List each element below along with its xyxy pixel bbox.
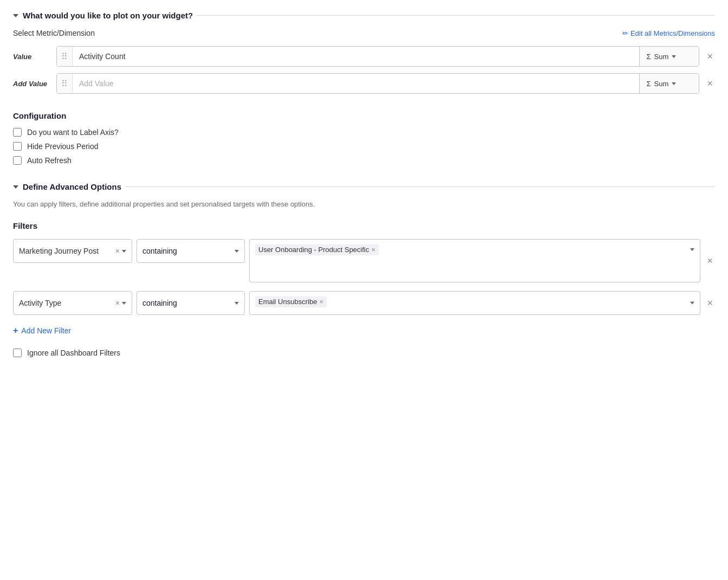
activity-count-input[interactable] — [73, 47, 639, 66]
filter-operator-1-text: containing — [142, 247, 177, 255]
add-value-input-group: ⠿ Σ Sum — [56, 73, 699, 94]
filter-field-2-text: Activity Type — [19, 299, 61, 307]
filter-value-2-tags: Email Unsubscribe × — [255, 296, 694, 307]
add-filter-button[interactable]: + Add New Filter — [13, 324, 71, 338]
filter-operator-2-chevron-icon — [235, 302, 239, 305]
filters-section: Filters Marketing Journey Post × contain… — [13, 221, 715, 357]
advanced-subtitle: You can apply filters, define additional… — [13, 200, 715, 208]
edit-metrics-link[interactable]: ✏ Edit all Metrics/Dimensions — [622, 29, 715, 37]
config-section: Configuration Do you want to Label Axis?… — [13, 111, 715, 165]
advanced-section: Define Advanced Options You can apply fi… — [13, 182, 715, 357]
label-axis-label: Do you want to Label Axis? — [27, 128, 119, 137]
sigma-icon: Σ — [646, 53, 651, 61]
add-value-row-close-button[interactable]: × — [705, 76, 715, 91]
value-row-close-button[interactable]: × — [705, 49, 715, 63]
filter-value-1-chevron-icon — [690, 248, 694, 251]
add-sum-dropdown[interactable]: Σ Sum — [639, 74, 699, 93]
sum-label: Sum — [654, 53, 669, 61]
plot-section: What would you like to plot on your widg… — [13, 11, 715, 94]
sum-chevron-icon — [672, 55, 676, 58]
edit-link-text: Edit all Metrics/Dimensions — [630, 29, 715, 37]
add-sigma-icon: Σ — [646, 80, 651, 88]
pencil-icon: ✏ — [622, 29, 628, 37]
auto-refresh-row: Auto Refresh — [13, 156, 715, 165]
config-header: Configuration — [13, 111, 715, 120]
add-value-label: Add Value — [13, 80, 56, 88]
advanced-section-header: Define Advanced Options — [13, 182, 715, 191]
filter-field-1-text: Marketing Journey Post — [19, 247, 99, 255]
ignore-dashboard-checkbox[interactable] — [13, 349, 22, 357]
hide-previous-label: Hide Previous Period — [27, 142, 99, 151]
filter-field-2-chevron-icon — [122, 302, 126, 305]
filters-header: Filters — [13, 221, 715, 230]
filter-field-2[interactable]: Activity Type × — [13, 291, 132, 315]
filter-field-1-chevron-icon — [122, 250, 126, 253]
add-filter-label: Add New Filter — [21, 326, 71, 335]
advanced-chevron-icon[interactable] — [13, 185, 18, 189]
drag-handle[interactable]: ⠿ — [57, 47, 73, 66]
ignore-dashboard-row: Ignore all Dashboard Filters — [13, 349, 715, 357]
filter-row-1: Marketing Journey Post × containing User… — [13, 239, 715, 282]
filter-value-1-tags: User Onboarding - Product Specific × — [255, 244, 694, 255]
label-axis-row: Do you want to Label Axis? — [13, 128, 715, 137]
add-value-input[interactable] — [73, 74, 639, 93]
add-value-row: Add Value ⠿ Σ Sum × — [13, 73, 715, 94]
add-filter-plus-icon: + — [13, 326, 18, 336]
ignore-dashboard-label: Ignore all Dashboard Filters — [27, 349, 120, 357]
filter-tag-email-unsubscribe: Email Unsubscribe × — [255, 296, 327, 307]
hide-previous-checkbox[interactable] — [13, 142, 22, 151]
metric-top-row: Select Metric/Dimension ✏ Edit all Metri… — [13, 29, 715, 37]
value-label: Value — [13, 53, 56, 61]
filter-value-2[interactable]: Email Unsubscribe × — [249, 291, 700, 315]
plot-title: What would you like to plot on your widg… — [23, 11, 193, 20]
filter-field-1[interactable]: Marketing Journey Post × — [13, 239, 132, 263]
filter-operator-2-text: containing — [142, 299, 177, 307]
plot-section-header: What would you like to plot on your widg… — [13, 11, 715, 20]
plot-chevron-icon[interactable] — [13, 14, 18, 17]
add-sum-chevron-icon — [672, 82, 676, 85]
filter-operator-1-chevron-icon — [235, 250, 239, 253]
filter-field-2-controls: × — [115, 299, 126, 307]
hide-previous-row: Hide Previous Period — [13, 142, 715, 151]
filter-field-2-clear-icon[interactable]: × — [115, 299, 120, 307]
filter-tag-user-onboarding: User Onboarding - Product Specific × — [255, 244, 379, 255]
add-drag-handle[interactable]: ⠿ — [57, 74, 73, 93]
filter-row-2: Activity Type × containing Email Unsubsc… — [13, 291, 715, 315]
filter-row-2-close-button[interactable]: × — [705, 293, 715, 313]
auto-refresh-label: Auto Refresh — [27, 156, 72, 165]
advanced-title: Define Advanced Options — [23, 182, 121, 191]
label-axis-checkbox[interactable] — [13, 128, 22, 137]
filter-value-1[interactable]: User Onboarding - Product Specific × — [249, 239, 700, 282]
filter-row-1-close-button[interactable]: × — [705, 251, 715, 271]
filter-operator-1[interactable]: containing — [136, 239, 245, 263]
filter-tag-email-close-icon[interactable]: × — [319, 298, 323, 305]
filter-field-1-clear-icon[interactable]: × — [115, 247, 120, 255]
add-sum-label: Sum — [654, 80, 669, 88]
sum-dropdown[interactable]: Σ Sum — [639, 47, 699, 66]
filter-operator-2[interactable]: containing — [136, 291, 245, 315]
value-row: Value ⠿ Σ Sum × — [13, 46, 715, 67]
select-metric-label: Select Metric/Dimension — [13, 29, 95, 37]
filter-tag-close-icon[interactable]: × — [371, 246, 375, 253]
advanced-divider — [126, 186, 715, 187]
auto-refresh-checkbox[interactable] — [13, 156, 22, 165]
filter-field-1-controls: × — [115, 247, 126, 255]
value-input-group: ⠿ Σ Sum — [56, 46, 699, 67]
plot-divider — [197, 15, 715, 16]
filter-tag-text: User Onboarding - Product Specific — [258, 246, 369, 254]
filter-tag-email-text: Email Unsubscribe — [258, 298, 317, 306]
filter-value-2-chevron-icon — [690, 302, 694, 305]
